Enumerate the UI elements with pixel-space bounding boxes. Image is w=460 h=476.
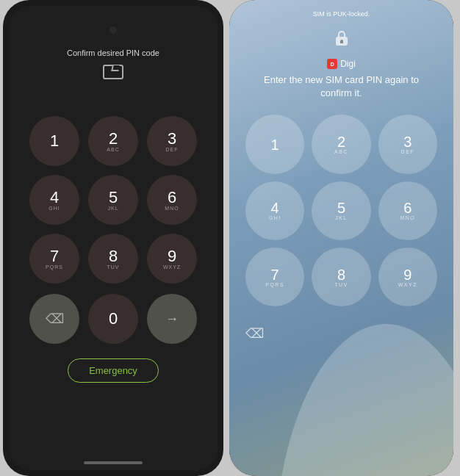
sim-icon-left	[103, 65, 123, 79]
carrier-icon: D	[327, 59, 337, 69]
key-1-right[interactable]: 1	[245, 115, 304, 173]
enter-button-left[interactable]: →	[147, 294, 197, 344]
key-6-left[interactable]: 6 MNO	[147, 175, 197, 225]
pin-prompt-right: Enter the new SIM card PIN again to conf…	[229, 73, 453, 100]
carrier-name: Digi	[340, 59, 356, 69]
lock-keyhole	[340, 40, 343, 43]
right-screen: SIM is PUK-locked. D Digi Enter the new …	[229, 0, 453, 476]
emergency-button-left[interactable]: Emergency	[68, 358, 159, 383]
backspace-icon-right: ⌫	[245, 325, 264, 342]
key-6-right[interactable]: 6 MNO	[378, 181, 437, 240]
carrier-badge: D Digi	[327, 59, 356, 69]
left-screen: Confirm desired PIN code 1 2 ABC 3 DEF 4…	[9, 6, 218, 470]
key-2-right[interactable]: 2 ABC	[312, 115, 370, 173]
home-indicator-left	[84, 461, 143, 464]
puk-status-text: SIM is PUK-locked.	[313, 10, 370, 18]
key-1-left[interactable]: 1	[29, 116, 79, 166]
right-phone: SIM is PUK-locked. D Digi Enter the new …	[229, 0, 453, 476]
left-phone: Confirm desired PIN code 1 2 ABC 3 DEF 4…	[3, 0, 223, 476]
key-3-right[interactable]: 3 DEF	[378, 115, 437, 173]
key-7-right[interactable]: 7 PQRS	[245, 248, 304, 306]
lock-body	[336, 37, 348, 46]
backspace-button-left[interactable]: ⌫	[29, 294, 79, 344]
lock-icon	[335, 31, 348, 46]
backspace-button-right[interactable]: ⌫	[245, 324, 264, 342]
key-8-right[interactable]: 8 TUV	[312, 248, 370, 306]
key-0-right[interactable]: 0	[274, 324, 453, 476]
key-3-left[interactable]: 3 DEF	[147, 116, 197, 166]
key-4-right[interactable]: 4 GHI	[245, 181, 304, 240]
numpad-right: 1 2 ABC 3 DEF 4 GHI 5 JKL 6 MNO	[229, 115, 453, 306]
backspace-icon-left: ⌫	[46, 311, 64, 327]
numpad-left: 1 2 ABC 3 DEF 4 GHI 5 JKL 6 MNO	[9, 116, 218, 284]
key-5-right[interactable]: 5 JKL	[312, 181, 370, 240]
lock-shackle	[338, 31, 345, 37]
enter-icon-left: →	[165, 311, 179, 327]
key-9-right[interactable]: 9 WXYZ	[378, 248, 437, 306]
key-9-left[interactable]: 9 WXYZ	[147, 234, 197, 284]
key-2-left[interactable]: 2 ABC	[88, 116, 138, 166]
bottom-row-right: ⌫ 0 OK	[229, 324, 453, 476]
key-4-left[interactable]: 4 GHI	[29, 175, 79, 225]
key-5-left[interactable]: 5 JKL	[88, 175, 138, 225]
key-8-left[interactable]: 8 TUV	[88, 234, 138, 284]
status-bar-right: SIM is PUK-locked.	[229, 10, 453, 18]
pin-prompt-left: Confirm desired PIN code	[67, 48, 159, 57]
key-0-left[interactable]: 0	[88, 294, 138, 344]
bottom-row-left: ⌫ 0 →	[9, 294, 218, 344]
key-7-left[interactable]: 7 PQRS	[29, 234, 79, 284]
camera-dot-left	[109, 26, 117, 34]
